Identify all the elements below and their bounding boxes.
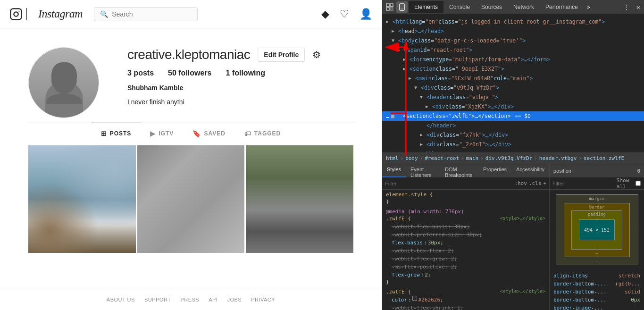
footer: ABOUT US SUPPORT PRESS API JOBS PRIVACY <box>0 289 382 310</box>
prop-border-bottom-1: border-bottom-... rgb(0... <box>553 280 640 288</box>
cls-button[interactable]: .cls <box>529 180 542 186</box>
devtools-tabs: Elements Console Sources Network Perform… <box>409 1 593 13</box>
grid-item-3[interactable] <box>246 145 353 253</box>
profile-row-username: creative.kleptomaniac Edit Profile ⚙ <box>127 47 321 62</box>
grid-item-2[interactable] <box>137 145 245 253</box>
bio-text: I never finish anythi <box>127 98 321 106</box>
tab-saved[interactable]: 🔖 SAVED <box>183 123 234 144</box>
breadcrumb-div-v9[interactable]: div.v9tJq.VfzDr <box>485 155 532 161</box>
svg-rect-3 <box>386 4 389 7</box>
box-filter-input[interactable] <box>552 181 615 186</box>
tree-line-html[interactable]: ▶ <html lang="en" class="js logged-in cl… <box>382 17 644 26</box>
styles-tab[interactable]: Styles <box>382 164 406 177</box>
styles-filter-input[interactable] <box>385 181 514 186</box>
element-style-rule: element.style { } <box>386 192 545 205</box>
footer-press[interactable]: PRESS <box>180 297 199 302</box>
instagram-header: Instagram 🔍 ◆ ♡ 👤 <box>0 0 382 28</box>
add-style-button[interactable]: + <box>543 180 546 186</box>
tree-line-section-highlighted[interactable]: … ■ <section class="zwlfE" >…</section> … <box>382 111 644 121</box>
prop-align-items: align-items stretch <box>553 272 640 280</box>
tree-line-header[interactable]: ▼ <header class="vtbgv " > <box>382 92 644 102</box>
content-box: 494 × 152 <box>579 219 615 240</box>
tree-line-head[interactable]: ▶ <head>…</head> <box>382 26 644 36</box>
footer-support[interactable]: SUPPORT <box>144 297 171 302</box>
collapse-arrow: ▶ <box>403 55 410 64</box>
compass-icon[interactable]: ◆ <box>321 8 329 20</box>
avatar[interactable] <box>28 47 99 118</box>
breadcrumb-section[interactable]: section.zwlfE <box>584 155 624 161</box>
tree-line-body[interactable]: ▼ <body class="data-gr-c-s-loaded='true'… <box>382 36 644 45</box>
tree-line-div-2z[interactable]: ▶ <div class="_2z6nI" >…</div> <box>382 140 644 149</box>
breadcrumb-main[interactable]: main <box>466 155 479 161</box>
avatar-image <box>29 48 99 118</box>
styles-filter-bar: :hov .cls + <box>382 177 549 190</box>
collapse-arrow: ▶ <box>403 65 410 73</box>
footer-about[interactable]: ABOUT US <box>107 297 135 302</box>
profile-icon[interactable]: 👤 <box>360 8 372 20</box>
content-size: 494 × 152 <box>584 227 610 233</box>
settings-icon[interactable]: ⚙ <box>312 49 321 60</box>
edit-profile-button[interactable]: Edit Profile <box>258 48 305 62</box>
search-icon: 🔍 <box>100 10 108 18</box>
dom-breakpoints-tab[interactable]: DOM Breakpoints <box>440 164 478 177</box>
inspect-element-icon[interactable] <box>384 1 395 13</box>
tab-sources[interactable]: Sources <box>476 1 508 13</box>
breadcrumb-header[interactable]: header.vtbgv <box>539 155 577 161</box>
tree-line-div-v9[interactable]: ▼ <div class="v9tJq VfzDr" > <box>382 83 644 92</box>
tree-line-div-fx[interactable]: ▶ <div class="fx7hk" >…</div> <box>382 130 644 140</box>
tree-line-section-outer[interactable]: ▶ <section class="_9eogI E3X2T" > <box>382 64 644 74</box>
tree-line-form[interactable]: ▶ <form enctype="multipart/form-data" >…… <box>382 55 644 64</box>
tree-line-span[interactable]: ▶ <span id="react-root" > <box>382 45 644 55</box>
settings-dots-icon[interactable]: ⋮ <box>621 2 632 12</box>
properties-tab[interactable]: Properties <box>478 164 511 177</box>
tab-elements[interactable]: Elements <box>409 1 443 13</box>
mobile-view-icon[interactable] <box>396 1 408 13</box>
css-properties-list: align-items stretch border-bottom-... rg… <box>550 270 644 310</box>
logo-divider <box>26 8 27 20</box>
collapse-arrow: ▼ <box>420 93 427 101</box>
saved-tab-label: SAVED <box>204 130 225 137</box>
box-filter-bar: Show all <box>550 177 644 190</box>
heart-icon[interactable]: ♡ <box>340 8 349 20</box>
grid-item-1[interactable] <box>28 145 136 253</box>
tree-line-close-div[interactable]: </div> <box>382 149 644 152</box>
username: creative.kleptomaniac <box>127 47 250 62</box>
breadcrumb-react-root[interactable]: #react-root <box>425 155 459 161</box>
instagram-panel: Instagram 🔍 ◆ ♡ 👤 creative.kleptomaniac … <box>0 0 382 310</box>
more-tabs-icon[interactable]: » <box>584 3 593 11</box>
collapse-arrow: ▼ <box>392 36 398 45</box>
elements-tree-panel[interactable]: ▶ <html lang="en" class="js logged-in cl… <box>382 14 644 152</box>
tree-line-main[interactable]: ▶ <main class="SCxLW o64aR" role="main" … <box>382 74 644 83</box>
search-box[interactable]: 🔍 <box>94 7 198 21</box>
tab-tagged[interactable]: 🏷 TAGGED <box>235 123 290 144</box>
instagram-logo[interactable]: Instagram <box>9 8 83 21</box>
tab-network[interactable]: Network <box>508 1 540 13</box>
svg-rect-0 <box>10 8 21 19</box>
tab-posts[interactable]: ⊞ POSTS <box>92 123 141 144</box>
posts-tab-icon: ⊞ <box>101 130 107 137</box>
collapse-arrow: ▶ <box>386 17 393 26</box>
devtools-bottom: Styles Event Listeners DOM Breakpoints P… <box>382 164 644 310</box>
tab-performance[interactable]: Performance <box>540 1 584 13</box>
close-devtools-icon[interactable]: ✕ <box>635 2 642 12</box>
tree-line-close-header[interactable]: </header> <box>382 121 644 130</box>
media-rule: @media (min-width: 736px) .zwlfE { <styl… <box>386 209 545 285</box>
breadcrumb-html[interactable]: html <box>386 155 399 161</box>
border-box: border — padding — 494 × 152 — — <box>564 203 630 257</box>
breadcrumb-body[interactable]: body <box>405 155 418 161</box>
event-listeners-tab[interactable]: Event Listeners <box>406 164 440 177</box>
show-all-checkbox[interactable] <box>636 181 640 185</box>
footer-api[interactable]: API <box>209 297 217 302</box>
footer-privacy[interactable]: PRIVACY <box>251 297 275 302</box>
tree-line-div-xj[interactable]: ▶ <div class="XjzKX" >…</div> <box>382 102 644 111</box>
svg-rect-5 <box>390 4 393 7</box>
tab-igtv[interactable]: ▶ IGTV <box>141 123 183 144</box>
svg-point-1 <box>14 12 18 16</box>
prop-border-image: border-image-... <box>553 304 640 310</box>
accessibility-tab[interactable]: Accessibility <box>511 164 549 177</box>
search-input[interactable] <box>112 10 192 18</box>
footer-jobs[interactable]: JOBS <box>227 297 242 302</box>
hov-button[interactable]: :hov <box>514 180 527 186</box>
tab-console[interactable]: Console <box>443 1 476 13</box>
collapse-arrow: ▶ <box>420 140 427 149</box>
